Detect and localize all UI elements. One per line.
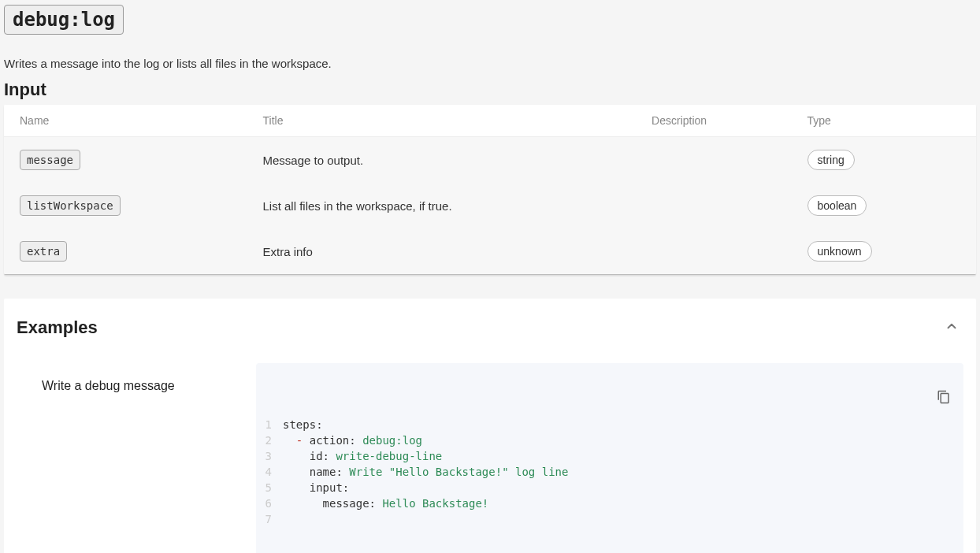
code-content: input: <box>283 480 954 495</box>
example-label: Write a debug message <box>17 363 237 393</box>
col-header-name: Name <box>4 105 247 137</box>
param-description <box>636 183 791 228</box>
line-number: 1 <box>256 417 283 432</box>
code-line: 4 name: Write "Hello Backstage!" log lin… <box>256 464 954 480</box>
param-type-chip: string <box>807 150 855 170</box>
param-type-chip: boolean <box>807 195 867 216</box>
code-content: id: write-debug-line <box>283 448 954 464</box>
code-line: 7 <box>256 511 954 527</box>
input-table: Name Title Description Type message Mess… <box>4 105 976 274</box>
examples-heading: Examples <box>17 317 98 338</box>
line-number: 3 <box>256 448 283 464</box>
code-content: message: Hello Backstage! <box>283 495 954 511</box>
code-content: steps: <box>283 417 954 432</box>
line-number: 2 <box>256 432 283 448</box>
code-content <box>283 511 954 527</box>
code-line: 1steps: <box>256 417 954 432</box>
action-description: Writes a message into the log or lists a… <box>4 57 976 70</box>
code-content: - action: debug:log <box>283 432 954 448</box>
table-row: listWorkspace List all files in the work… <box>4 183 976 228</box>
code-line: 2 - action: debug:log <box>256 432 954 448</box>
line-number: 4 <box>256 464 283 480</box>
col-header-title: Title <box>247 105 637 137</box>
param-description <box>636 228 791 274</box>
param-name-chip: message <box>20 150 80 170</box>
action-name-badge: debug:log <box>4 5 124 35</box>
param-description <box>636 137 791 184</box>
param-name-chip: extra <box>20 241 67 262</box>
param-type-chip: unknown <box>807 241 872 262</box>
param-name-chip: listWorkspace <box>20 195 121 216</box>
param-title: List all files in the workspace, if true… <box>247 183 637 228</box>
input-table-card: Name Title Description Type message Mess… <box>4 105 976 275</box>
col-header-type: Type <box>792 105 976 137</box>
copy-icon <box>937 390 951 404</box>
code-line: 3 id: write-debug-line <box>256 448 954 464</box>
input-heading: Input <box>4 80 976 100</box>
copy-button[interactable] <box>870 374 951 424</box>
line-number: 5 <box>256 480 283 495</box>
code-line: 5 input: <box>256 480 954 495</box>
code-content: name: Write "Hello Backstage!" log line <box>283 464 954 480</box>
param-title: Extra info <box>247 228 637 274</box>
chevron-up-icon <box>945 319 959 333</box>
example-item: Write a debug message 1steps:2 - action:… <box>17 363 963 553</box>
code-line: 6 message: Hello Backstage! <box>256 495 954 511</box>
param-title: Message to output. <box>247 137 637 184</box>
collapse-toggle[interactable] <box>940 314 963 341</box>
table-row: message Message to output. string <box>4 137 976 184</box>
col-header-description: Description <box>636 105 791 137</box>
line-number: 7 <box>256 511 283 527</box>
table-row: extra Extra info unknown <box>4 228 976 274</box>
line-number: 6 <box>256 495 283 511</box>
examples-card: Examples Write a debug message 1steps:2 … <box>4 299 976 553</box>
code-block: 1steps:2 - action: debug:log3 id: write-… <box>256 363 963 553</box>
